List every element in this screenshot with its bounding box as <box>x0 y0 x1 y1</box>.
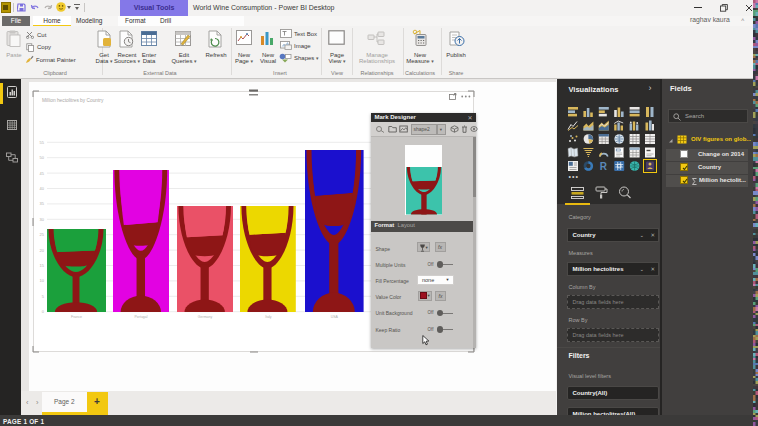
svg-text:5: 5 <box>42 294 45 299</box>
svg-text:50: 50 <box>40 155 45 160</box>
svg-text:R: R <box>599 161 607 172</box>
svg-text:France: France <box>71 315 82 319</box>
svg-text:15: 15 <box>40 263 45 268</box>
svg-text:30: 30 <box>40 217 45 222</box>
svg-text:25: 25 <box>40 232 45 237</box>
svg-text:55: 55 <box>40 140 45 145</box>
svg-text:USA: USA <box>331 315 339 319</box>
svg-text:45: 45 <box>40 171 45 176</box>
svg-text:0: 0 <box>42 309 45 314</box>
svg-text:35: 35 <box>40 201 45 206</box>
svg-text:20: 20 <box>40 248 45 253</box>
svg-text:10: 10 <box>40 278 45 283</box>
svg-text:Portugal: Portugal <box>134 315 147 319</box>
svg-text:Germany: Germany <box>198 315 213 319</box>
svg-text:40: 40 <box>40 186 45 191</box>
svg-text:Italy: Italy <box>265 315 272 319</box>
